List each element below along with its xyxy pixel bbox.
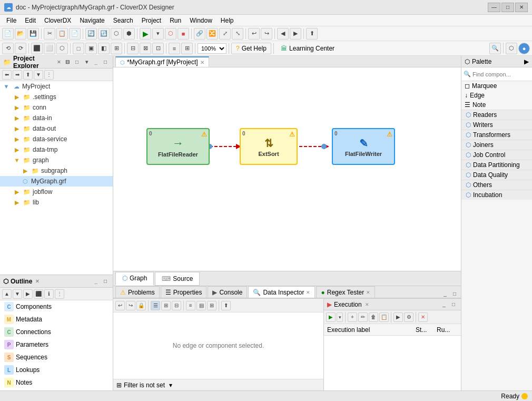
t2-extra2[interactable]: ● <box>518 43 530 54</box>
menu-search[interactable]: Search <box>109 16 137 25</box>
tree-data-in[interactable]: ▶ 📁 data-in <box>0 113 113 123</box>
panel-max-btn[interactable]: □ <box>101 58 110 66</box>
menu-navigate[interactable]: Navigate <box>75 16 109 25</box>
pe-filter-btn[interactable]: ▼ <box>34 70 43 80</box>
di-back[interactable]: ↩ <box>115 301 125 310</box>
ol-btn5[interactable]: ℹ <box>44 289 54 299</box>
outline-max[interactable]: □ <box>101 277 110 286</box>
t2-btn3[interactable]: ⬛ <box>31 43 43 54</box>
t2-btn8[interactable]: ◧ <box>98 43 110 54</box>
ol-btn1[interactable]: ▲ <box>2 289 12 299</box>
search-btn[interactable]: 🔍 <box>489 43 501 54</box>
exec-new[interactable]: + <box>348 312 357 322</box>
menu-help[interactable]: Help <box>216 16 238 25</box>
flatfilewriter-node[interactable]: 0 ⚠ ✎ FlatFileWriter <box>332 128 395 165</box>
t2-btn11[interactable]: ⊠ <box>140 43 151 54</box>
palette-job-control[interactable]: ⬡ Job Control <box>461 150 532 160</box>
t2-btn4[interactable]: ⬜ <box>44 43 55 54</box>
di-list[interactable]: ⊞ <box>161 301 171 310</box>
outline-close[interactable]: ✕ <box>35 279 40 284</box>
outline-notes[interactable]: N Notes <box>0 376 113 389</box>
outline-parameters[interactable]: P Parameters <box>0 338 113 351</box>
palette-edge[interactable]: ↓ Edge <box>461 91 532 100</box>
undo-btn[interactable]: ↩ <box>248 28 260 40</box>
t2-btn14[interactable]: ⊞ <box>181 43 193 54</box>
editor-tab[interactable]: ⬡ *MyGraph.grf [MyProject] ✕ <box>115 56 209 67</box>
exec-settings[interactable]: ⚙ <box>404 312 413 322</box>
export-btn[interactable]: ⬆ <box>306 28 318 40</box>
ol-btn6[interactable]: ⋮ <box>55 289 64 299</box>
tree-data-service[interactable]: ▶ 📁 data-service <box>0 134 113 144</box>
pe-fwd-btn[interactable]: ➡ <box>13 70 22 80</box>
menu-file[interactable]: File <box>2 16 21 25</box>
window-controls[interactable]: — □ ✕ <box>488 3 528 12</box>
di-fit[interactable]: ⊞ <box>207 301 216 310</box>
btn8[interactable]: 🔗 <box>194 28 205 40</box>
problems-tab[interactable]: ⚠ Problems <box>115 286 160 298</box>
btn4[interactable]: 🔄 <box>85 28 97 40</box>
regex-tester-tab[interactable]: ● Regex Tester ✕ <box>316 286 375 298</box>
filter-dropdown[interactable]: ▾ <box>169 382 172 389</box>
bottom-min[interactable]: _ <box>441 289 449 298</box>
t2-btn9[interactable]: ⊞ <box>111 43 122 54</box>
di-col[interactable]: ⊟ <box>172 301 181 310</box>
palette-marquee[interactable]: ◻ Marquee <box>461 81 532 91</box>
bottom-max[interactable]: □ <box>450 289 459 298</box>
outline-metadata[interactable]: M Metadata <box>0 313 113 326</box>
tree-root[interactable]: ▼ ☁ MyProject <box>0 81 113 92</box>
btn5[interactable]: 🔃 <box>98 28 110 40</box>
t2-btn7[interactable]: ▣ <box>85 43 97 54</box>
palette-readers[interactable]: ⬡ Readers <box>461 110 532 120</box>
menu-cloverdx[interactable]: CloverDX <box>40 16 75 25</box>
exec-copy[interactable]: 📋 <box>379 312 389 322</box>
open-btn[interactable]: 📂 <box>15 28 26 40</box>
tree-data-out[interactable]: ▶ 📁 data-out <box>0 123 113 134</box>
tree-mygraph[interactable]: ⬡ MyGraph.grf <box>0 176 113 187</box>
outline-lookups[interactable]: L Lookups <box>0 364 113 376</box>
exec-run[interactable]: ▶ <box>326 312 336 322</box>
ol-btn3[interactable]: ▶ <box>23 289 33 299</box>
learning-center-button[interactable]: 🏛 Learning Center <box>276 43 339 54</box>
exec-edit[interactable]: ✏ <box>358 312 368 322</box>
exec-max[interactable]: □ <box>449 300 458 309</box>
t2-btn6[interactable]: □ <box>73 43 84 54</box>
menu-window[interactable]: Window <box>185 16 216 25</box>
di-header[interactable]: ≡ <box>186 301 195 310</box>
outline-min[interactable]: _ <box>92 277 100 286</box>
minimize-button[interactable]: — <box>488 3 500 12</box>
palette-others[interactable]: ⬡ Others <box>461 180 532 190</box>
btn6[interactable]: ⬡ <box>111 28 122 40</box>
btn10[interactable]: ⤢ <box>219 28 231 40</box>
nav-fwd[interactable]: ▶ <box>290 28 301 40</box>
palette-transformers[interactable]: ⬡ Transformers <box>461 130 532 140</box>
stop-btn[interactable]: ■ <box>178 28 189 40</box>
outline-components[interactable]: C Components <box>0 300 113 313</box>
expand-btn[interactable]: □ <box>73 58 81 66</box>
properties-tab[interactable]: ☰ Properties <box>161 286 207 298</box>
exec-close[interactable]: ✕ <box>418 312 428 322</box>
pe-back-btn[interactable]: ⬅ <box>2 70 12 80</box>
tree-jobflow[interactable]: ▶ 📁 jobflow <box>0 187 113 197</box>
t2-btn2[interactable]: ⟳ <box>15 43 26 54</box>
tree-data-tmp[interactable]: ▶ 📁 data-tmp <box>0 144 113 155</box>
ol-btn2[interactable]: ▼ <box>13 289 22 299</box>
save-btn[interactable]: 💾 <box>27 28 39 40</box>
regex-tester-close[interactable]: ✕ <box>366 290 370 295</box>
palette-note[interactable]: ☰ Note <box>461 100 532 110</box>
tree-settings[interactable]: ▶ 📁 .settings <box>0 92 113 102</box>
get-help-button[interactable]: ? Get Help <box>231 43 271 54</box>
data-inspector-close[interactable]: ✕ <box>306 290 310 295</box>
pe-up-btn[interactable]: ⬆ <box>23 70 33 80</box>
tree-subgraph[interactable]: ▶ 📁 subgraph <box>0 165 113 176</box>
debug-btn[interactable]: ⬡ <box>165 28 176 40</box>
graph-area[interactable]: 0 ⚠ → FlatFileReader 0 ⚠ ⇅ ExtSort 0 ⚠ ✎… <box>113 67 461 271</box>
menu-run[interactable]: Run <box>165 16 185 25</box>
panel-menu-btn[interactable]: ▾ <box>82 58 91 66</box>
tree-conn[interactable]: ▶ 📁 conn <box>0 102 113 113</box>
outline-sequences[interactable]: S Sequences <box>0 351 113 364</box>
di-row[interactable]: ▤ <box>196 301 206 310</box>
btn1[interactable]: ✂ <box>44 28 55 40</box>
palette-search-input[interactable] <box>472 71 530 77</box>
menu-edit[interactable]: Edit <box>21 16 40 25</box>
data-inspector-tab[interactable]: 🔍 Data Inspector ✕ <box>248 286 315 298</box>
